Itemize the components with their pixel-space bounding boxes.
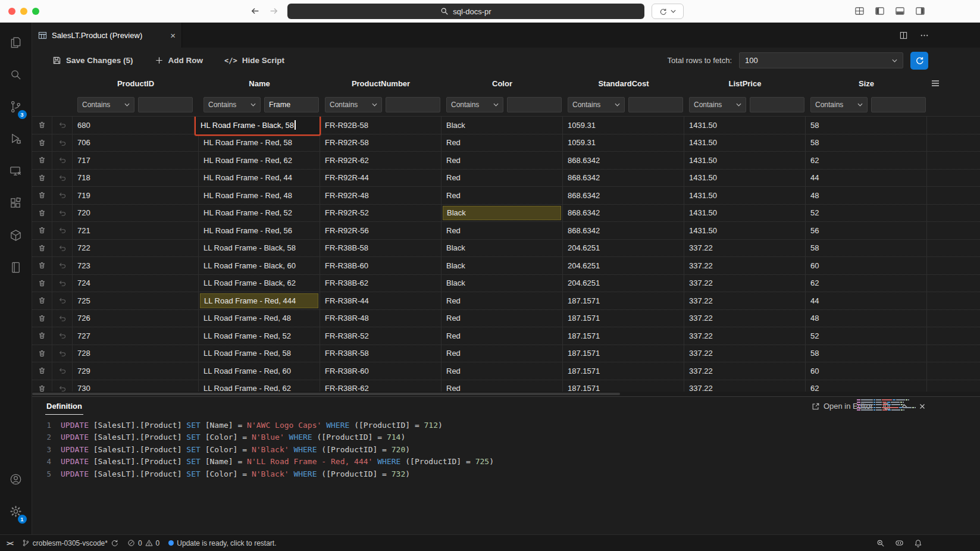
cell-size[interactable]: 58 <box>806 134 927 152</box>
cell-productid[interactable]: 718 <box>73 170 199 187</box>
cell-productid[interactable]: 728 <box>73 345 199 362</box>
cell-listprice[interactable]: 1431.50 <box>684 170 806 187</box>
delete-row-button[interactable] <box>32 380 52 392</box>
cell-productid[interactable]: 727 <box>73 327 199 345</box>
filter-input-color[interactable] <box>507 97 562 112</box>
cell-productid[interactable]: 723 <box>73 257 199 274</box>
cell-productnumber[interactable]: FR-R92R-58 <box>320 134 442 152</box>
cell-listprice[interactable]: 337.22 <box>684 327 806 345</box>
cell-color[interactable]: Red <box>442 187 563 204</box>
cell-productnumber[interactable]: FR-R92R-52 <box>320 205 442 222</box>
cell-size[interactable]: 48 <box>806 187 927 204</box>
cell-name[interactable]: HL Road Frame - Red, 62 <box>199 152 320 169</box>
minimap[interactable] <box>857 399 898 412</box>
cell-listprice[interactable]: 337.22 <box>684 275 806 292</box>
cell-listprice[interactable]: 337.22 <box>684 345 806 362</box>
cell-size[interactable]: 44 <box>806 170 927 187</box>
cell-color[interactable]: Red <box>442 310 563 327</box>
cell-color[interactable]: Red <box>442 345 563 362</box>
column-header-standardcost[interactable]: StandardCost <box>563 79 684 88</box>
delete-row-button[interactable] <box>32 134 52 152</box>
revert-row-button[interactable] <box>52 205 73 222</box>
cell-productnumber[interactable]: FR-R92R-48 <box>320 187 442 204</box>
cell-productid[interactable]: 730 <box>73 380 199 392</box>
cell-name[interactable]: LL Road Frame - Black, 58 <box>199 240 320 257</box>
revert-row-button[interactable] <box>52 240 73 257</box>
cell-name[interactable]: LL Road Frame - Red, 58 <box>199 345 320 362</box>
delete-row-button[interactable] <box>32 275 52 292</box>
cell-standardcost[interactable]: 204.6251 <box>563 257 684 274</box>
cell-size[interactable]: 56 <box>806 222 927 239</box>
cell-standardcost[interactable]: 204.6251 <box>563 240 684 257</box>
cell-color[interactable]: Red <box>442 170 563 187</box>
cell-color[interactable]: Red <box>442 292 563 309</box>
cell-listprice[interactable]: 1431.50 <box>684 205 806 222</box>
cell-listprice[interactable]: 1431.50 <box>684 187 806 204</box>
cell-listprice[interactable]: 337.22 <box>684 292 806 309</box>
cell-productid[interactable]: 722 <box>73 240 199 257</box>
cell-name[interactable]: LL Road Frame - Red, 60 <box>199 362 320 380</box>
run-refresh-button[interactable] <box>910 52 928 70</box>
filter-input-size[interactable] <box>871 97 926 112</box>
cell-standardcost[interactable]: 868.6342 <box>563 170 684 187</box>
delete-row-button[interactable] <box>32 310 52 327</box>
cell-productid[interactable]: 717 <box>73 152 199 169</box>
cell-name[interactable]: HL Road Frame - Black, 58 <box>199 117 320 134</box>
filter-input-productnumber[interactable] <box>386 97 440 112</box>
filter-operator-listprice[interactable]: Contains <box>689 97 746 112</box>
filter-operator-productid[interactable]: Contains <box>77 97 134 112</box>
cell-name[interactable]: HL Road Frame - Red, 52 <box>199 205 320 222</box>
delete-row-button[interactable] <box>32 292 52 309</box>
forward-arrow-icon[interactable] <box>269 6 279 16</box>
cell-productnumber[interactable]: FR-R38B-62 <box>320 275 442 292</box>
cell-listprice[interactable]: 1431.50 <box>684 222 806 239</box>
cell-productid[interactable]: 680 <box>73 117 199 134</box>
cell-size[interactable]: 60 <box>806 257 927 274</box>
filter-operator-name[interactable]: Contains <box>203 97 261 112</box>
cell-color[interactable]: Black <box>442 205 563 222</box>
toggle-sidebar-right-icon[interactable] <box>915 6 925 16</box>
cell-name[interactable]: LL Road Frame - Red, 444 <box>199 292 320 309</box>
column-header-size[interactable]: Size <box>806 79 927 88</box>
explorer-icon[interactable] <box>2 27 30 57</box>
cell-color[interactable]: Red <box>442 327 563 345</box>
cell-standardcost[interactable]: 187.1571 <box>563 292 684 309</box>
tab-saleslt-product[interactable]: SalesLT.Product (Preview) × <box>32 23 182 48</box>
branch-indicator[interactable]: croblesm-0305-vscode* <box>22 539 118 547</box>
delete-row-button[interactable] <box>32 170 52 187</box>
toggle-sidebar-left-icon[interactable] <box>875 6 885 16</box>
window-zoom-button[interactable] <box>32 8 39 15</box>
cell-standardcost[interactable]: 187.1571 <box>563 345 684 362</box>
search-sidebar-icon[interactable] <box>2 60 30 89</box>
more-actions-icon[interactable] <box>920 31 929 40</box>
cell-name[interactable]: HL Road Frame - Red, 48 <box>199 187 320 204</box>
cell-name[interactable]: LL Road Frame - Black, 62 <box>199 275 320 292</box>
revert-row-button[interactable] <box>52 345 73 362</box>
cell-listprice[interactable]: 1431.50 <box>684 152 806 169</box>
filter-operator-productnumber[interactable]: Contains <box>325 97 382 112</box>
cell-standardcost[interactable]: 1059.31 <box>563 134 684 152</box>
revert-row-button[interactable] <box>52 292 73 309</box>
column-header-listprice[interactable]: ListPrice <box>684 79 806 88</box>
cell-name[interactable]: LL Road Frame - Black, 60 <box>199 257 320 274</box>
cell-productid[interactable]: 724 <box>73 275 199 292</box>
delete-row-button[interactable] <box>32 362 52 380</box>
cell-name[interactable]: LL Road Frame - Red, 48 <box>199 310 320 327</box>
copilot-icon[interactable] <box>895 539 904 547</box>
cell-color[interactable]: Red <box>442 362 563 380</box>
toggle-panel-icon[interactable] <box>895 6 905 16</box>
delete-row-button[interactable] <box>32 327 52 345</box>
filter-input-standardcost[interactable] <box>628 97 683 112</box>
cell-standardcost[interactable]: 204.6251 <box>563 275 684 292</box>
cell-productnumber[interactable]: FR-R38R-60 <box>320 362 442 380</box>
cell-productnumber[interactable]: FR-R92B-58 <box>320 117 442 134</box>
cell-size[interactable]: 52 <box>806 205 927 222</box>
cell-size[interactable]: 62 <box>806 275 927 292</box>
cell-productnumber[interactable]: FR-R92R-44 <box>320 170 442 187</box>
revert-row-button[interactable] <box>52 257 73 274</box>
cell-name[interactable]: HL Road Frame - Red, 56 <box>199 222 320 239</box>
cell-standardcost[interactable]: 187.1571 <box>563 310 684 327</box>
delete-row-button[interactable] <box>32 345 52 362</box>
settings-gear-icon[interactable]: 1 <box>2 496 30 526</box>
filter-operator-color[interactable]: Contains <box>446 97 503 112</box>
